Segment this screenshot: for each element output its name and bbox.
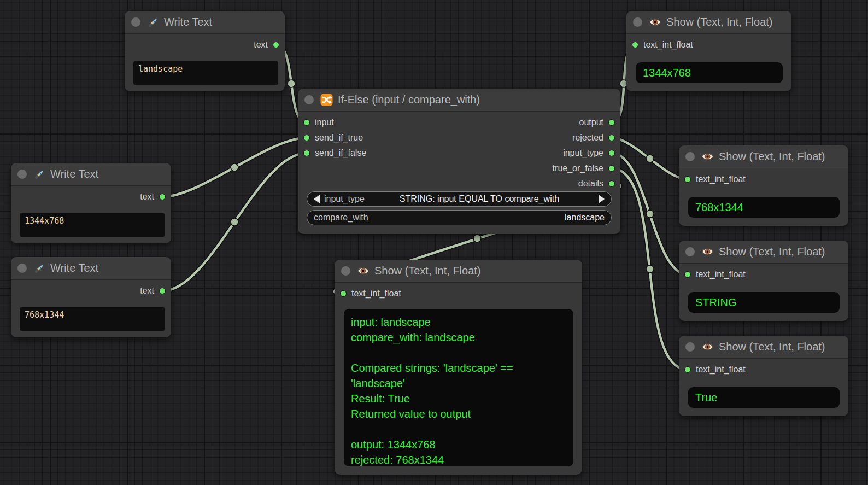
link-midpoint-dot[interactable] — [646, 265, 654, 273]
pen-nib-icon — [33, 168, 45, 180]
output-slot-input-type: input_type — [563, 145, 615, 161]
show-value-display: True — [688, 387, 840, 408]
text-input-area[interactable]: landscape — [133, 61, 278, 85]
link-midpoint-dot[interactable] — [473, 235, 481, 242]
link-midpoint-dot[interactable] — [646, 155, 654, 162]
eye-icon — [701, 246, 714, 258]
output-slot-rejected: rejected — [572, 130, 615, 145]
node-show-true-or-false[interactable]: Show (Text, Int, Float) text_int_float T… — [679, 336, 848, 416]
node-title: Show (Text, Int, Float) — [374, 265, 481, 277]
input-slot-input: input — [303, 115, 334, 130]
input-slot-text-int-float: text_int_float — [632, 37, 693, 52]
input-port[interactable] — [303, 135, 310, 141]
pen-nib-icon — [33, 262, 45, 274]
output-slot-true-or-false: true_or_false — [553, 161, 615, 176]
input-slot-text-int-float: text_int_float — [684, 362, 746, 377]
show-value-display: STRING — [688, 292, 840, 313]
input-type-combo-widget[interactable]: input_type STRING: input EQUAL TO compar… — [307, 191, 612, 207]
input-slot-send-if-true: send_if_true — [303, 130, 363, 145]
combo-prev-arrow-icon[interactable] — [314, 195, 320, 203]
link-midpoint-dot[interactable] — [231, 218, 238, 226]
output-port[interactable] — [273, 42, 279, 48]
link-midpoint-dot[interactable] — [288, 80, 295, 87]
node-title-bar: Show (Text, Int, Float) — [626, 11, 791, 34]
eye-icon — [701, 341, 714, 353]
node-title-bar: Show (Text, Int, Float) — [335, 260, 582, 283]
node-title: Show (Text, Int, Float) — [719, 341, 825, 353]
input-port[interactable] — [684, 366, 691, 373]
input-port[interactable] — [340, 290, 347, 297]
compare-with-text-widget[interactable]: compare_with landscape — [307, 210, 612, 225]
node-if-else[interactable]: If-Else (input / compare_with) input sen… — [298, 89, 620, 234]
input-slot-send-if-false: send_if_false — [303, 145, 366, 161]
collapse-dot[interactable] — [131, 17, 140, 27]
output-port[interactable] — [608, 135, 615, 141]
node-title: Write Text — [50, 262, 98, 274]
node-title-bar: Write Text — [125, 11, 285, 34]
input-port[interactable] — [303, 119, 310, 126]
collapse-dot[interactable] — [633, 17, 642, 27]
node-title-bar: Show (Text, Int, Float) — [679, 241, 848, 264]
output-slot-output: output — [579, 115, 615, 130]
eye-icon — [357, 265, 370, 277]
node-write-text-mid[interactable]: Write Text text 1344x768 — [11, 163, 171, 243]
output-slot-text: text — [254, 37, 279, 52]
input-slot-text-int-float: text_int_float — [684, 172, 746, 187]
node-show-rejected[interactable]: Show (Text, Int, Float) text_int_float 7… — [679, 145, 848, 226]
node-title: Show (Text, Int, Float) — [719, 150, 825, 163]
link-midpoint-dot[interactable] — [231, 163, 238, 171]
input-port[interactable] — [303, 150, 310, 156]
node-title: Write Text — [164, 16, 212, 28]
node-title-bar: Write Text — [11, 257, 171, 280]
input-port[interactable] — [684, 271, 691, 278]
eye-icon — [649, 16, 661, 28]
collapse-dot[interactable] — [304, 95, 314, 104]
node-write-text-bottom[interactable]: Write Text text 768x1344 — [11, 257, 171, 337]
node-title-bar: Show (Text, Int, Float) — [679, 336, 848, 359]
collapse-dot[interactable] — [685, 152, 695, 161]
output-slot-details: details — [578, 176, 615, 191]
collapse-dot[interactable] — [685, 247, 695, 256]
node-show-output[interactable]: Show (Text, Int, Float) text_int_float 1… — [626, 11, 791, 91]
output-port[interactable] — [608, 119, 615, 126]
output-slot-text: text — [140, 189, 166, 204]
output-port[interactable] — [159, 194, 166, 200]
shuffle-icon — [320, 94, 333, 106]
input-slot-text-int-float: text_int_float — [684, 267, 746, 282]
link-midpoint-dot[interactable] — [646, 210, 654, 218]
output-port[interactable] — [608, 180, 615, 187]
node-title: Write Text — [50, 168, 98, 180]
node-write-text-top[interactable]: Write Text text landscape — [125, 11, 285, 91]
collapse-dot[interactable] — [17, 264, 27, 273]
node-title-bar: If-Else (input / compare_with) — [298, 89, 620, 112]
node-graph-canvas[interactable]: { "colors": { "accent_green": "#2ef02e",… — [0, 0, 868, 485]
show-value-display: input: landscape compare_with: landscape… — [344, 309, 573, 466]
node-show-input-type[interactable]: Show (Text, Int, Float) text_int_float S… — [679, 241, 848, 321]
pen-nib-icon — [147, 16, 159, 28]
eye-icon — [701, 150, 714, 163]
collapse-dot[interactable] — [341, 266, 350, 276]
output-slot-text: text — [140, 283, 166, 299]
text-input-area[interactable]: 768x1344 — [20, 307, 165, 331]
node-title-bar: Show (Text, Int, Float) — [679, 145, 848, 168]
output-port[interactable] — [608, 165, 615, 172]
show-value-display: 1344x768 — [636, 62, 783, 83]
node-title: Show (Text, Int, Float) — [719, 246, 825, 258]
node-title: If-Else (input / compare_with) — [338, 94, 480, 106]
input-port[interactable] — [632, 42, 638, 48]
show-value-display: 768x1344 — [688, 197, 840, 218]
output-port[interactable] — [159, 288, 166, 294]
input-slot-text-int-float: text_int_float — [340, 286, 401, 301]
node-title: Show (Text, Int, Float) — [666, 16, 773, 28]
collapse-dot[interactable] — [685, 342, 695, 352]
collapse-dot[interactable] — [17, 170, 27, 179]
combo-next-arrow-icon[interactable] — [599, 195, 605, 203]
input-port[interactable] — [684, 176, 691, 183]
node-title-bar: Write Text — [11, 163, 171, 186]
output-port[interactable] — [608, 150, 615, 156]
node-show-details[interactable]: Show (Text, Int, Float) text_int_float i… — [335, 260, 582, 475]
text-input-area[interactable]: 1344x768 — [20, 213, 165, 237]
